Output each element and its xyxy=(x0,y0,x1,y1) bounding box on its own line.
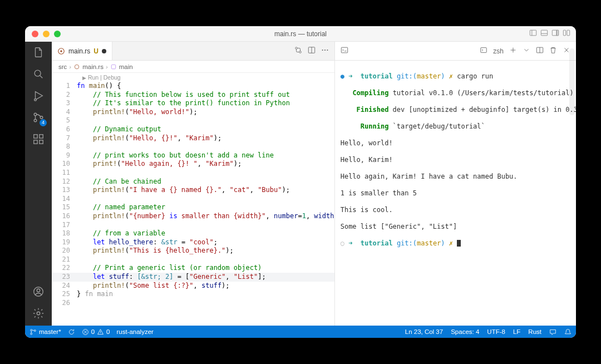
svg-rect-35 xyxy=(481,48,487,53)
editor-tabs: main.rs U xyxy=(52,42,334,61)
warning-icon xyxy=(97,328,104,336)
codelens[interactable]: ▶ Run | Debug xyxy=(82,74,121,81)
status-language[interactable]: Rust xyxy=(528,328,541,335)
toggle-panel-bottom-icon[interactable] xyxy=(540,29,548,38)
sync-icon xyxy=(68,328,75,336)
terminal[interactable]: ● ➜ tutorial git:(master) ✗ cargo run Co… xyxy=(335,61,576,326)
maximize-window-button[interactable] xyxy=(54,31,61,37)
terminal-tabs: zsh xyxy=(335,42,576,61)
customize-layout-icon[interactable] xyxy=(563,29,570,38)
svg-point-9 xyxy=(35,70,41,76)
svg-rect-16 xyxy=(34,135,37,138)
status-cursor-position[interactable]: Ln 23, Col 37 xyxy=(405,328,443,335)
svg-rect-7 xyxy=(563,30,565,36)
status-notifications-icon[interactable] xyxy=(564,328,572,336)
chevron-right-icon: › xyxy=(69,63,71,70)
svg-point-21 xyxy=(37,289,40,292)
accounts-icon[interactable] xyxy=(32,286,45,299)
tab-dirty-dot xyxy=(102,49,106,53)
svg-point-43 xyxy=(31,333,32,335)
new-terminal-icon[interactable] xyxy=(509,46,517,56)
svg-point-30 xyxy=(324,50,326,51)
status-sync[interactable] xyxy=(68,328,75,336)
svg-rect-18 xyxy=(40,140,43,144)
status-feedback-icon[interactable] xyxy=(549,328,556,336)
svg-marker-11 xyxy=(36,92,43,100)
close-window-button[interactable] xyxy=(32,31,38,37)
terminal-dropdown-icon[interactable] xyxy=(523,46,530,56)
breadcrumb[interactable]: src › main.rs › main xyxy=(52,61,334,73)
breadcrumb-seg-src[interactable]: src xyxy=(58,63,67,70)
svg-point-13 xyxy=(34,113,37,116)
status-problems[interactable]: 0 0 xyxy=(82,328,110,336)
code-editor[interactable]: ▶ Run | Debug 1fn main() { 2 // This fun… xyxy=(52,73,334,326)
svg-point-14 xyxy=(34,119,37,122)
editor-pane: main.rs U src › main.rs › xyxy=(52,42,335,326)
svg-rect-6 xyxy=(556,30,559,36)
settings-gear-icon[interactable] xyxy=(32,307,45,321)
svg-rect-34 xyxy=(341,47,347,53)
scm-badge: 4 xyxy=(40,119,47,126)
svg-line-10 xyxy=(40,76,43,78)
toggle-panel-left-icon[interactable] xyxy=(529,29,537,38)
search-icon[interactable] xyxy=(32,68,45,82)
svg-rect-17 xyxy=(34,140,37,144)
status-rust-analyzer[interactable]: rust-analyzer xyxy=(116,328,153,335)
rust-file-icon xyxy=(73,63,80,70)
window-title: main.rs — tutorial xyxy=(25,30,576,38)
scrollbar[interactable] xyxy=(569,61,575,115)
terminal-shell-icon[interactable] xyxy=(480,46,487,56)
split-terminal-icon[interactable] xyxy=(536,46,544,56)
svg-rect-8 xyxy=(567,30,570,36)
toggle-panel-right-icon[interactable] xyxy=(551,29,559,38)
svg-rect-33 xyxy=(111,65,116,69)
kill-terminal-icon[interactable] xyxy=(549,46,557,56)
tab-filename: main.rs xyxy=(68,47,90,55)
tab-modified-marker: U xyxy=(93,47,98,55)
terminal-icon[interactable] xyxy=(341,46,348,56)
run-debug-icon[interactable] xyxy=(32,90,45,104)
status-branch[interactable]: master* xyxy=(29,328,61,336)
extensions-icon[interactable] xyxy=(32,133,45,147)
explorer-icon[interactable] xyxy=(32,46,45,60)
svg-point-24 xyxy=(60,50,62,52)
titlebar: main.rs — tutorial xyxy=(25,26,576,42)
branch-icon xyxy=(29,328,37,336)
more-actions-icon[interactable] xyxy=(321,46,329,56)
error-icon xyxy=(82,328,89,336)
source-control-icon[interactable]: 4 xyxy=(32,111,45,125)
svg-point-42 xyxy=(31,329,32,331)
svg-point-31 xyxy=(327,50,328,51)
terminal-pane: zsh ● ➜ tutorial git:(master) ✗ cargo ru… xyxy=(335,42,576,326)
status-indentation[interactable]: Spaces: 4 xyxy=(451,328,479,335)
svg-point-15 xyxy=(40,116,43,119)
svg-point-22 xyxy=(37,312,40,315)
symbol-function-icon xyxy=(110,63,117,70)
activity-bar: 4 xyxy=(25,42,52,326)
minimize-window-button[interactable] xyxy=(43,31,50,37)
terminal-cursor xyxy=(457,240,461,247)
chevron-right-icon: › xyxy=(106,63,108,70)
svg-rect-0 xyxy=(530,30,536,36)
tab-main-rs[interactable]: main.rs U xyxy=(52,42,112,60)
svg-point-32 xyxy=(75,65,79,69)
traffic-lights xyxy=(25,31,61,37)
rust-file-icon xyxy=(57,47,65,55)
svg-point-25 xyxy=(295,47,297,50)
breadcrumb-seg-file[interactable]: main.rs xyxy=(82,63,104,70)
breadcrumb-seg-symbol[interactable]: main xyxy=(119,63,133,70)
status-bar: master* 0 0 rust-analyzer Ln 23, Col 37 … xyxy=(25,326,576,338)
svg-point-12 xyxy=(35,99,37,101)
terminal-shell-label[interactable]: zsh xyxy=(493,47,504,55)
status-encoding[interactable]: UTF-8 xyxy=(487,328,505,335)
compare-changes-icon[interactable] xyxy=(294,46,302,56)
split-editor-icon[interactable] xyxy=(308,46,316,56)
svg-rect-19 xyxy=(40,135,43,138)
svg-point-26 xyxy=(299,51,301,53)
svg-rect-2 xyxy=(541,30,547,36)
layout-controls xyxy=(529,29,576,38)
status-eol[interactable]: LF xyxy=(513,328,520,335)
svg-point-29 xyxy=(322,50,323,51)
vscode-window: main.rs — tutorial 4 xyxy=(25,26,576,338)
